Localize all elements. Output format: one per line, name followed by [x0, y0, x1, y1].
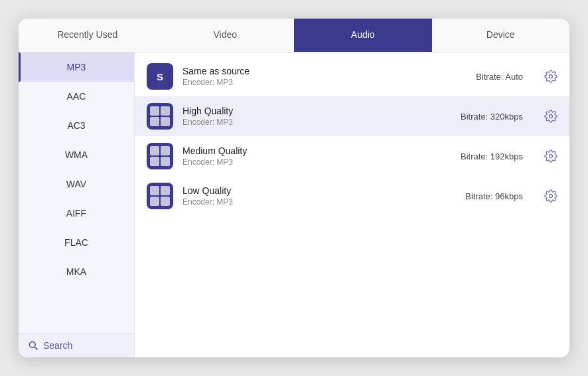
sidebar-item-ac3[interactable]: AC3	[19, 111, 134, 140]
preset-name-high-quality: High Quality	[183, 106, 451, 116]
tab-recently-used[interactable]: Recently Used	[19, 19, 157, 52]
preset-info-low-quality: Low Quality Encoder: MP3	[183, 185, 456, 207]
preset-icon-same-as-source: S	[147, 63, 173, 90]
search-label: Search	[43, 340, 72, 351]
preset-bitrate-high-quality: Bitrate: 320kbps	[461, 112, 535, 122]
preset-name-same-as-source: Same as source	[183, 66, 467, 76]
settings-icon-low-quality[interactable]	[544, 189, 557, 203]
svg-point-3	[550, 115, 553, 118]
tab-audio[interactable]: Audio	[294, 19, 432, 52]
sidebar-item-mka[interactable]: MKA	[19, 257, 134, 286]
main-window: Recently Used Video Audio Device MP3 AAC…	[19, 19, 569, 357]
sidebar-item-aac[interactable]: AAC	[19, 82, 134, 111]
preset-encoder-low-quality: Encoder: MP3	[183, 197, 456, 207]
search-icon	[28, 340, 38, 351]
preset-encoder-same-as-source: Encoder: MP3	[183, 78, 467, 87]
preset-icon-low-quality	[147, 183, 173, 209]
tab-device[interactable]: Device	[432, 19, 570, 52]
preset-low-quality[interactable]: Low Quality Encoder: MP3 Bitrate: 96kbps	[135, 176, 569, 216]
svg-point-2	[550, 75, 553, 78]
preset-bitrate-low-quality: Bitrate: 96kbps	[465, 191, 535, 201]
sidebar-item-mp3[interactable]: MP3	[19, 52, 134, 82]
preset-info-same-as-source: Same as source Encoder: MP3	[183, 66, 467, 87]
svg-point-4	[550, 155, 553, 158]
preset-encoder-medium-quality: Encoder: MP3	[183, 157, 451, 167]
settings-icon-same-as-source[interactable]	[544, 70, 557, 83]
preset-encoder-high-quality: Encoder: MP3	[183, 118, 451, 127]
preset-high-quality[interactable]: High Quality Encoder: MP3 Bitrate: 320kb…	[135, 96, 569, 136]
sidebar: MP3 AAC AC3 WMA WAV AIFF FLAC MKA Search	[19, 52, 135, 357]
settings-icon-high-quality[interactable]	[544, 110, 557, 123]
sidebar-item-flac[interactable]: FLAC	[19, 228, 134, 257]
preset-bitrate-medium-quality: Bitrate: 192kbps	[461, 151, 535, 161]
sidebar-list: MP3 AAC AC3 WMA WAV AIFF FLAC MKA	[19, 52, 134, 333]
svg-point-5	[550, 195, 553, 198]
search-button[interactable]: Search	[19, 333, 134, 357]
preset-name-low-quality: Low Quality	[183, 185, 456, 196]
preset-info-medium-quality: Medium Quality Encoder: MP3	[183, 145, 451, 167]
preset-info-high-quality: High Quality Encoder: MP3	[183, 106, 451, 127]
presets-panel: S Same as source Encoder: MP3 Bitrate: A…	[135, 52, 569, 357]
svg-line-1	[35, 347, 37, 349]
preset-same-as-source[interactable]: S Same as source Encoder: MP3 Bitrate: A…	[135, 56, 569, 96]
tab-video[interactable]: Video	[157, 19, 295, 52]
sidebar-item-aiff[interactable]: AIFF	[19, 199, 134, 228]
preset-bitrate-same-as-source: Bitrate: Auto	[476, 72, 535, 82]
sidebar-item-wma[interactable]: WMA	[19, 140, 134, 169]
tab-bar: Recently Used Video Audio Device	[19, 19, 569, 52]
svg-point-0	[29, 341, 35, 347]
preset-name-medium-quality: Medium Quality	[183, 145, 451, 156]
settings-icon-medium-quality[interactable]	[544, 149, 557, 163]
preset-icon-high-quality	[147, 103, 173, 130]
content-area: MP3 AAC AC3 WMA WAV AIFF FLAC MKA Search	[19, 52, 569, 357]
sidebar-item-wav[interactable]: WAV	[19, 169, 134, 199]
preset-medium-quality[interactable]: Medium Quality Encoder: MP3 Bitrate: 192…	[135, 136, 569, 176]
preset-icon-medium-quality	[147, 143, 173, 169]
